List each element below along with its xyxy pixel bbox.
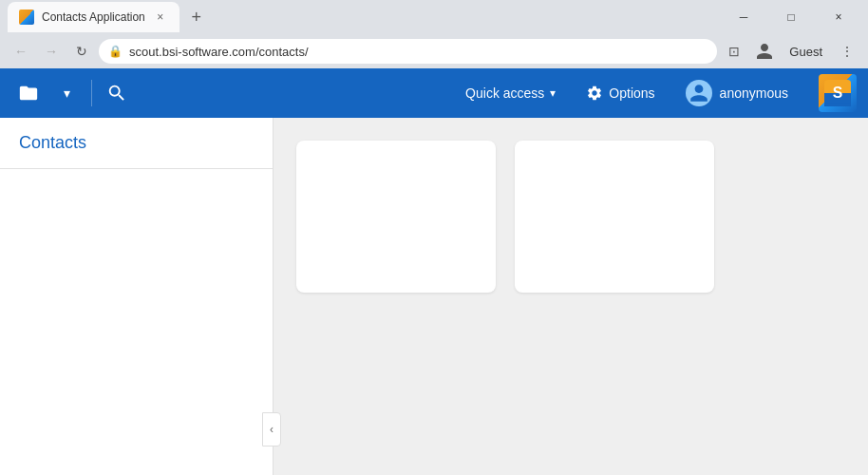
reload-button[interactable]: ↻ — [68, 38, 95, 65]
back-button[interactable]: ← — [8, 38, 34, 65]
address-bar-wrapper: 🔒 — [99, 39, 717, 64]
sidebar-title: Contacts — [0, 118, 273, 169]
folder-chevron-button[interactable]: ▾ — [49, 76, 84, 110]
minimize-button[interactable]: ─ — [722, 4, 765, 30]
user-name-label: anonymous — [720, 86, 788, 101]
chevron-down-icon: ▾ — [64, 86, 70, 101]
title-bar: Contacts Application × + ─ □ × — [0, 0, 868, 34]
main-area: Contacts ‹ — [0, 118, 868, 475]
toolbar-divider — [91, 80, 92, 106]
svg-rect-2 — [824, 104, 851, 107]
folder-button[interactable] — [11, 76, 46, 110]
toolbar-right: Quick access ▾ Options anonymous — [458, 74, 857, 112]
tab-search-button[interactable]: ⊡ — [721, 38, 747, 65]
quick-access-chevron-icon: ▾ — [550, 86, 556, 100]
content-area: ‹ — [274, 118, 868, 475]
avatar — [686, 80, 712, 106]
sidebar-collapse-button[interactable]: ‹ — [262, 412, 281, 446]
new-tab-button[interactable]: + — [183, 4, 210, 30]
content-card-1 — [296, 141, 496, 293]
collapse-icon: ‹ — [270, 423, 274, 436]
toolbar-left: ▾ — [11, 76, 134, 110]
maximize-button[interactable]: □ — [769, 4, 813, 30]
address-input[interactable] — [99, 39, 717, 64]
search-button[interactable] — [100, 76, 134, 110]
app-container: ▾ Quick access ▾ Options — [0, 68, 868, 475]
quick-access-button[interactable]: Quick access ▾ — [458, 82, 563, 104]
guest-label[interactable]: Guest — [782, 43, 830, 61]
browser-menu-button[interactable]: ⋮ — [834, 38, 860, 65]
sidebar-content — [0, 169, 273, 475]
options-button[interactable]: Options — [578, 81, 662, 105]
tab-strip: Contacts Application × + — [8, 2, 210, 32]
active-tab[interactable]: Contacts Application × — [8, 2, 179, 32]
tab-title: Contacts Application — [42, 10, 145, 24]
app-logo: S — [819, 74, 857, 112]
options-label: Options — [609, 86, 654, 101]
sidebar: Contacts — [0, 118, 274, 475]
tab-favicon — [19, 10, 34, 25]
close-window-button[interactable]: × — [817, 4, 860, 30]
quick-access-label: Quick access — [465, 86, 544, 101]
tab-close-button[interactable]: × — [153, 10, 168, 25]
forward-button[interactable]: → — [38, 38, 65, 65]
browser-actions: ⊡ Guest ⋮ — [721, 38, 860, 65]
lock-icon: 🔒 — [108, 45, 123, 58]
content-card-2 — [515, 141, 714, 293]
svg-text:S: S — [833, 85, 843, 101]
window-controls: ─ □ × — [722, 4, 860, 30]
profile-button[interactable] — [751, 38, 778, 65]
app-toolbar: ▾ Quick access ▾ Options — [0, 68, 868, 118]
address-bar-row: ← → ↻ 🔒 ⊡ Guest ⋮ — [0, 34, 868, 68]
user-button[interactable]: anonymous — [678, 76, 796, 110]
